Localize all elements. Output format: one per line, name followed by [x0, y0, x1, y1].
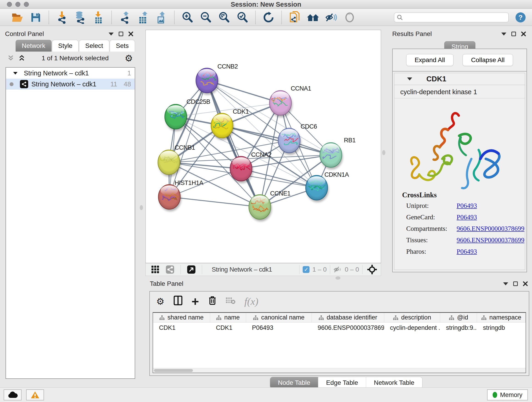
import-network-icon[interactable]	[56, 11, 68, 24]
refresh-icon[interactable]	[262, 11, 275, 24]
network-canvas[interactable]: CCNB2CCNA1CDC25BCDK1CDC6RB1CCNB1CCNA2CDK…	[146, 30, 381, 263]
selected-checkbox-icon[interactable]: ✓	[303, 266, 310, 273]
panel-menu-icon[interactable]	[503, 282, 508, 285]
column-header-namespace[interactable]: namespace	[477, 313, 526, 322]
column-header-description[interactable]: description	[384, 313, 440, 322]
search-input[interactable]	[403, 14, 506, 21]
show-all-icon[interactable]	[343, 11, 356, 24]
panel-close-icon[interactable]	[128, 32, 133, 36]
export-image-icon[interactable]	[155, 11, 168, 24]
birdseye-view-icon[interactable]	[185, 263, 198, 276]
delete-column-icon[interactable]	[208, 296, 216, 307]
table-cell[interactable]: stringdb:9...	[440, 322, 477, 333]
network-row[interactable]: String Network – cdk1 11 48	[6, 79, 135, 89]
crosslink-value-link[interactable]: P06493	[457, 248, 477, 255]
zoom-selected-icon[interactable]	[236, 11, 249, 24]
gene-entry-header[interactable]: CDK1	[394, 73, 525, 85]
expand-all-button[interactable]: Expand All	[406, 54, 453, 66]
panel-float-icon[interactable]	[511, 32, 516, 36]
warnings-button[interactable]	[26, 389, 44, 400]
network-node-HIST1H1A[interactable]: HIST1H1A	[158, 179, 203, 211]
right-splitter-handle[interactable]	[382, 150, 385, 155]
gear-icon[interactable]: ⚙	[125, 53, 133, 64]
column-header-sharedname[interactable]: shared name	[153, 313, 210, 322]
table-cell[interactable]: cyclin-dependent ...	[384, 322, 440, 333]
cloud-button[interactable]	[4, 389, 22, 400]
hidden-count-badge: 0 – 0	[345, 266, 359, 273]
network-collection-row[interactable]: String Network – cdk1 1	[6, 68, 135, 79]
tab-network[interactable]: Network	[16, 40, 51, 51]
panel-menu-icon[interactable]	[109, 32, 114, 36]
pan-tool-icon[interactable]	[366, 263, 379, 276]
import-table-icon[interactable]	[92, 11, 105, 24]
clone-network-icon[interactable]	[288, 11, 301, 24]
panel-menu-icon[interactable]	[501, 32, 506, 36]
network-icon	[20, 80, 28, 88]
tab-edge-table[interactable]: Edge Table	[318, 377, 366, 389]
scrollbar-handle[interactable]	[154, 369, 193, 372]
crosslink-value-link[interactable]: P06493	[457, 213, 477, 221]
zoom-out-icon[interactable]	[199, 11, 212, 24]
network-node-CDKN1A[interactable]: CDKN1A	[306, 171, 349, 202]
crosslink-value-link[interactable]: 9606.ENSP00000378699	[457, 236, 525, 244]
tab-network-table[interactable]: Network Table	[366, 377, 422, 389]
show-columns-icon[interactable]	[174, 296, 182, 307]
add-column-icon[interactable]: +	[191, 297, 199, 306]
collapse-all-icon[interactable]	[7, 55, 15, 62]
tab-sets[interactable]: Sets	[110, 40, 135, 51]
save-session-icon[interactable]	[29, 11, 42, 24]
home-icon[interactable]	[307, 11, 319, 24]
export-table-icon[interactable]	[137, 11, 149, 24]
delete-table-icon[interactable]	[226, 296, 235, 307]
tree-expander-icon[interactable]	[13, 72, 18, 74]
crosslink-row: GeneCard:P06493	[402, 213, 525, 221]
table-row[interactable]: CDK1CDK1P064939606.ENSP00000378699cyclin…	[153, 322, 526, 333]
column-header-name[interactable]: name	[210, 313, 246, 322]
network-node-CDK1[interactable]: CDK1	[211, 108, 249, 140]
crosslink-value-link[interactable]: 9606.ENSP00000378699	[457, 225, 525, 232]
open-session-icon[interactable]	[11, 11, 24, 24]
column-header-databaseidentifier[interactable]: database identifier	[312, 313, 384, 322]
network-edge-CDK1-RB1[interactable]	[222, 126, 331, 155]
panel-close-icon[interactable]	[523, 281, 528, 286]
network-node-RB1[interactable]: RB1	[320, 137, 355, 169]
panel-float-icon[interactable]	[513, 281, 518, 286]
search-box[interactable]	[394, 13, 509, 22]
collapse-all-button[interactable]: Collapse All	[462, 54, 513, 66]
window-close-button[interactable]	[7, 2, 12, 7]
column-header-id[interactable]: @id	[440, 313, 477, 322]
network-node-CCNA1[interactable]: CCNA1	[269, 85, 311, 117]
tab-select[interactable]: Select	[79, 40, 109, 51]
memory-button[interactable]: Memory	[487, 389, 528, 400]
help-button[interactable]: ?	[515, 12, 526, 22]
table-cell[interactable]: P06493	[246, 322, 312, 333]
panel-close-icon[interactable]	[521, 32, 526, 36]
hide-selected-icon[interactable]	[325, 11, 338, 24]
zoom-in-icon[interactable]	[181, 11, 194, 24]
tab-style[interactable]: Style	[52, 40, 79, 51]
panel-float-icon[interactable]	[119, 32, 123, 36]
network-node-CCNB1[interactable]: CCNB1	[158, 144, 195, 177]
zoom-fit-icon[interactable]	[218, 11, 230, 24]
import-network-database-icon[interactable]	[74, 11, 87, 24]
table-cell[interactable]: 9606.ENSP00000378699	[312, 322, 384, 333]
crosslink-value-link[interactable]: P06493	[457, 202, 477, 210]
tab-node-table[interactable]: Node Table	[270, 377, 318, 389]
left-splitter-handle[interactable]	[140, 205, 143, 210]
table-cell[interactable]: stringdb	[477, 322, 526, 333]
window-minimize-button[interactable]	[15, 2, 20, 7]
gene-expander-icon[interactable]	[407, 77, 412, 80]
window-zoom-button[interactable]	[24, 2, 29, 7]
column-header-canonicalname[interactable]: canonical name	[246, 313, 312, 322]
tree-column-icon	[481, 315, 487, 320]
table-settings-gear-icon[interactable]: ⚙	[156, 296, 165, 307]
grid-view-icon[interactable]	[149, 263, 162, 276]
network-edge-HIST1H1A-CCNE1[interactable]	[169, 197, 260, 207]
function-builder-icon[interactable]: f(x)	[244, 296, 259, 307]
table-cell[interactable]: CDK1	[153, 322, 210, 333]
export-network-icon[interactable]	[118, 11, 131, 24]
network-view-icon[interactable]	[164, 263, 177, 276]
table-cell[interactable]: CDK1	[210, 322, 246, 333]
table-horizontal-scrollbar[interactable]	[153, 368, 526, 373]
expand-all-icon[interactable]	[18, 55, 26, 62]
